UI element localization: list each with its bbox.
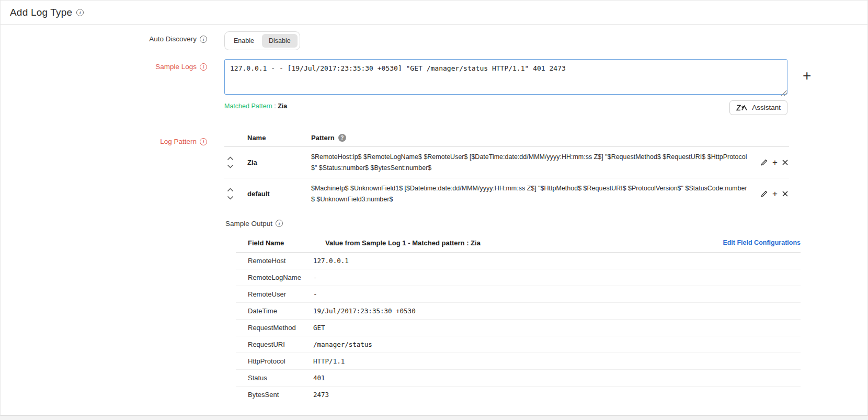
sample-logs-label-text: Sample Logs [155,63,197,71]
info-icon: i [200,63,207,71]
table-row: RemoteHost 127.0.0.1 [236,253,801,269]
edit-pattern-icon[interactable] [761,159,768,166]
sample-output-label: Sample Output i [225,220,867,228]
sample-output-table: Field Name Value from Sample Log 1 - Mat… [236,235,801,403]
table-row: Status 401 [236,370,801,387]
move-down-icon[interactable] [227,164,234,168]
field-value: - [313,290,801,298]
field-name: RequestMethod [236,324,313,332]
column-header-name: Name [247,134,311,142]
matched-pattern-label: Matched Pattern [224,103,272,110]
move-up-icon[interactable] [227,156,234,161]
delete-pattern-icon[interactable] [782,160,788,165]
matched-pattern-status: Matched Pattern : Zia [224,100,287,110]
field-name: Status [236,374,313,382]
sample-log-input[interactable] [224,59,787,95]
edit-pattern-icon[interactable] [761,190,768,197]
sample-logs-label: Sample Logs i [1,59,207,71]
table-row: RequestURI /manager/status [236,336,801,353]
info-icon: i [200,36,207,43]
delete-pattern-icon[interactable] [782,191,788,197]
field-value: 19/Jul/2017:23:35:30 +0530 [313,307,801,315]
page-title: Add Log Type i [10,7,84,18]
field-value: 127.0.0.1 [313,257,801,265]
field-name: RemoteHost [236,257,313,265]
field-name: HttpProtocol [236,357,313,365]
log-pattern-row-default: default $MachineIp$ $UnknownField1$ [$Da… [224,178,789,210]
log-pattern-label: Log Pattern i [1,134,207,145]
pattern-text: $RemoteHost:ip$ $RemoteLogName$ $RemoteU… [311,152,750,173]
auto-discovery-label: Auto Discovery i [1,31,207,43]
pattern-text: $MachineIp$ $UnknownField1$ [$Datetime:d… [311,183,750,205]
resize-handle[interactable] [781,90,787,96]
sample-logs-row: Sample Logs i + Matched Pattern : Zia [1,59,867,115]
add-pattern-icon[interactable]: + [772,189,778,198]
field-value: HTTP/1.1 [313,357,801,365]
edit-field-configurations-link[interactable]: Edit Field Configurations [680,239,801,246]
log-pattern-row-zia: Zia $RemoteHost:ip$ $RemoteLogName$ $Rem… [224,147,789,178]
field-value: 2473 [313,391,801,399]
field-value: /manager/status [313,340,801,348]
pattern-name: default [247,190,311,198]
page-title-text: Add Log Type [10,7,72,18]
auto-discovery-disable-option[interactable]: Disable [262,34,298,48]
column-header-value: Value from Sample Log 1 - Matched patter… [313,239,680,247]
log-pattern-table: Name Pattern ? Zia $RemoteHost:ip$ $Remo… [224,134,789,210]
table-row: BytesSent 2473 [236,387,801,403]
sample-output-table-header: Field Name Value from Sample Log 1 - Mat… [236,235,801,253]
move-down-icon[interactable] [227,196,234,200]
log-pattern-table-header: Name Pattern ? [224,134,789,147]
table-row: RemoteUser - [236,286,801,303]
sample-output-label-text: Sample Output [225,220,272,228]
assistant-button-label: Assistant [752,104,781,111]
add-log-type-panel: Add Log Type i Auto Discovery i Enable D… [0,0,868,416]
table-row: HttpProtocol HTTP/1.1 [236,353,801,370]
table-row: RemoteLogName - [236,269,801,286]
info-icon: i [200,138,207,145]
column-header-pattern: Pattern [311,134,335,142]
assistant-button[interactable]: Assistant [729,100,787,115]
field-value: - [313,274,801,281]
auto-discovery-row: Auto Discovery i Enable Disable [1,31,867,50]
auto-discovery-enable-option[interactable]: Enable [227,34,261,48]
help-icon[interactable]: ? [338,134,346,142]
field-name: DateTime [236,307,313,315]
auto-discovery-toggle[interactable]: Enable Disable [224,31,300,50]
info-icon: i [276,220,283,227]
field-value: GET [313,324,801,332]
table-row: RequestMethod GET [236,320,801,336]
zia-icon [736,104,748,111]
field-name: RemoteUser [236,290,313,298]
pattern-name: Zia [247,158,311,166]
move-up-icon[interactable] [227,188,234,192]
add-sample-log-button[interactable]: + [803,69,811,83]
field-name: RemoteLogName [236,274,313,281]
info-icon: i [76,9,84,16]
log-pattern-row: Log Pattern i Name Pattern ? [1,134,867,403]
field-name: RequestURI [236,340,313,348]
add-pattern-icon[interactable]: + [772,158,778,167]
log-pattern-label-text: Log Pattern [160,138,197,145]
table-row: DateTime 19/Jul/2017:23:35:30 +0530 [236,303,801,320]
matched-pattern-value: Zia [278,103,287,110]
column-header-field-name: Field Name [236,239,313,247]
field-name: BytesSent [236,391,313,399]
auto-discovery-label-text: Auto Discovery [149,35,197,43]
field-value: 401 [313,374,801,382]
page-header: Add Log Type i [1,1,867,25]
